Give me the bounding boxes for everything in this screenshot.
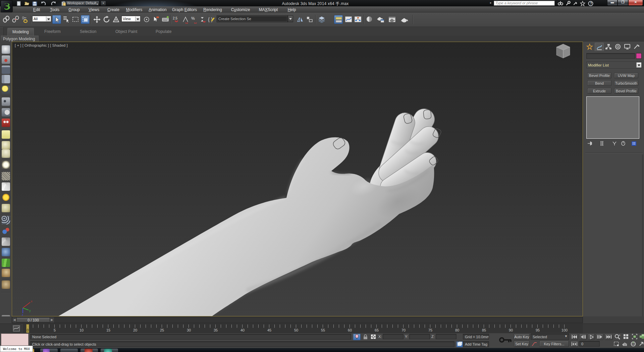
select-scale-button[interactable] (112, 15, 120, 24)
z-coordinate-field[interactable] (436, 334, 457, 339)
menu-tools[interactable]: Tools (50, 7, 59, 12)
close-button[interactable]: ✕ (628, 0, 643, 6)
undo-button[interactable] (40, 1, 47, 6)
keyboard-override-button[interactable] (161, 15, 170, 24)
show-end-result-icon[interactable] (599, 140, 606, 146)
unlink-button[interactable] (11, 15, 20, 24)
layer-manager-button[interactable] (317, 15, 326, 24)
zoom-extents-button[interactable] (632, 334, 639, 340)
mini-curve-editor-button[interactable] (12, 324, 21, 333)
create-tab[interactable] (585, 43, 594, 51)
time-configuration-key-icon[interactable] (498, 334, 513, 347)
toolbar-overflow-button[interactable]: ▾ (101, 1, 106, 6)
sphere-icon[interactable] (2, 141, 10, 149)
set-key-button[interactable]: Set Key (514, 341, 530, 347)
plane-icon[interactable] (2, 130, 10, 139)
spinner-snap-button[interactable] (199, 15, 207, 24)
play-button[interactable] (588, 334, 595, 340)
render-teapot-icon[interactable] (2, 45, 10, 54)
taskbar-button[interactable] (60, 349, 78, 352)
select-object-button[interactable] (52, 15, 61, 24)
select-rotate-button[interactable] (102, 15, 111, 24)
add-time-tag-field[interactable]: Add Time Tag (463, 341, 489, 347)
find-icon[interactable] (557, 1, 564, 6)
utilities-tab[interactable] (632, 43, 641, 51)
display-tab[interactable] (623, 43, 632, 51)
material-editor-button[interactable] (365, 15, 374, 24)
communication-icon[interactable] (572, 1, 578, 6)
grass-icon[interactable] (2, 259, 10, 267)
dome-icon[interactable] (2, 149, 10, 158)
object-name-field[interactable] (586, 53, 635, 59)
ribbon-tab-freeform[interactable]: Freeform (40, 28, 65, 36)
viewport-label[interactable]: [ + ] [ Orthographic ] [ Shaded ] (15, 43, 68, 47)
modifier-button-bevel-profile[interactable]: Bevel Profile (614, 88, 638, 94)
key-filters-button[interactable]: Key Filters... (539, 341, 569, 347)
angle-snap-button[interactable] (181, 15, 190, 24)
configure-modifier-sets-icon[interactable] (631, 140, 638, 146)
hair-fur-icon[interactable] (2, 269, 10, 277)
window-crossing-button[interactable] (81, 15, 90, 24)
favorites-icon[interactable] (580, 1, 586, 6)
view-cube[interactable] (554, 43, 573, 60)
menu-animation[interactable]: Animation (149, 7, 166, 12)
key-mode-dropdown[interactable]: Selected ▼ (531, 334, 569, 340)
schematic-view-button[interactable] (354, 15, 362, 24)
geosphere-icon[interactable] (2, 204, 10, 212)
menu-group[interactable]: Group (68, 7, 79, 12)
reference-coordsys-dropdown[interactable]: View (121, 16, 141, 22)
selection-set-arrow[interactable] (288, 15, 293, 22)
modifier-button-bend[interactable]: Bend (587, 80, 611, 86)
camera-icon[interactable] (2, 97, 10, 106)
menu-create[interactable]: Create (107, 7, 119, 12)
named-sets-button[interactable]: { } (207, 15, 216, 24)
modifier-button-bevel-profile[interactable]: Bevel Profile (587, 73, 611, 78)
help-icon[interactable]: ? (588, 1, 594, 6)
bind-spacewarp-button[interactable] (21, 15, 30, 24)
pin-stack-icon[interactable] (587, 140, 593, 146)
track-bar-ruler[interactable]: 0510152025303540455055606570758085909510… (22, 324, 583, 333)
percent-snap-button[interactable]: % (190, 15, 199, 24)
mirror-button[interactable] (296, 15, 305, 24)
menu-modifiers[interactable]: Modifiers (126, 7, 143, 12)
menu-graph-editors[interactable]: Graph Editors (172, 7, 197, 12)
object-color-swatch[interactable] (636, 53, 642, 59)
menu-maxscript[interactable]: MAXScript (259, 7, 278, 12)
menu-rendering[interactable]: Rendering (203, 7, 222, 12)
zoom-extents-all-button[interactable] (639, 334, 644, 340)
cone-icon[interactable] (2, 182, 10, 191)
application-menu-button[interactable] (1, 0, 13, 12)
x-coordinate-field[interactable] (383, 334, 404, 339)
zoom-button[interactable]: ± (614, 334, 622, 340)
ox-head-icon[interactable] (2, 280, 10, 289)
ribbon-tab-object-paint[interactable]: Object Paint (111, 28, 142, 36)
modify-tab[interactable] (595, 43, 604, 51)
ribbon-tab-selection[interactable]: Selection (75, 28, 101, 36)
video-camera-icon[interactable] (2, 119, 10, 127)
viewport[interactable]: [ + ] [ Orthographic ] [ Shaded ] (12, 42, 583, 316)
sun-icon[interactable] (2, 193, 10, 202)
material-editor-icon[interactable] (2, 55, 10, 64)
welcome-popup[interactable] (1, 334, 29, 346)
menu-views[interactable]: Views (89, 7, 99, 12)
polygon-modeling-panel[interactable]: Polygon Modeling (1, 36, 39, 42)
isolate-selection-button[interactable] (353, 334, 361, 340)
infocenter-expander-icon[interactable]: ▸ (490, 1, 492, 4)
glow-sphere-icon[interactable] (2, 161, 10, 169)
motion-tab[interactable] (613, 43, 623, 51)
molecule-icon[interactable] (2, 227, 10, 235)
wire-teapot-icon[interactable] (2, 172, 10, 180)
ribbon-tab-populate[interactable]: Populate (151, 28, 176, 36)
time-slider-track[interactable]: ◀ 0 / 100 ▶ (12, 317, 583, 323)
render-dialog-icon[interactable] (2, 65, 10, 74)
select-move-button[interactable] (93, 15, 101, 24)
selection-filter-dropdown[interactable]: All (32, 16, 51, 22)
render-setup-button[interactable] (376, 15, 385, 24)
curve-editor-button[interactable] (344, 15, 353, 24)
key-mode-toggle-button[interactable] (571, 341, 578, 347)
make-unique-icon[interactable] (611, 140, 618, 146)
taskbar-button[interactable] (104, 349, 112, 352)
remove-modifier-icon[interactable] (620, 140, 627, 146)
open-file-button[interactable] (23, 1, 30, 6)
orbit-button[interactable] (630, 341, 638, 347)
